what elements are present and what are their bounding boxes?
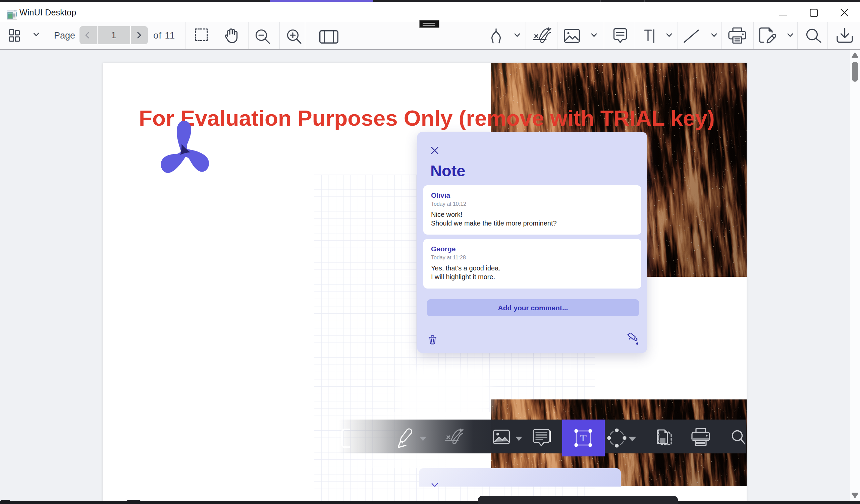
svg-text:T: T bbox=[580, 432, 587, 443]
